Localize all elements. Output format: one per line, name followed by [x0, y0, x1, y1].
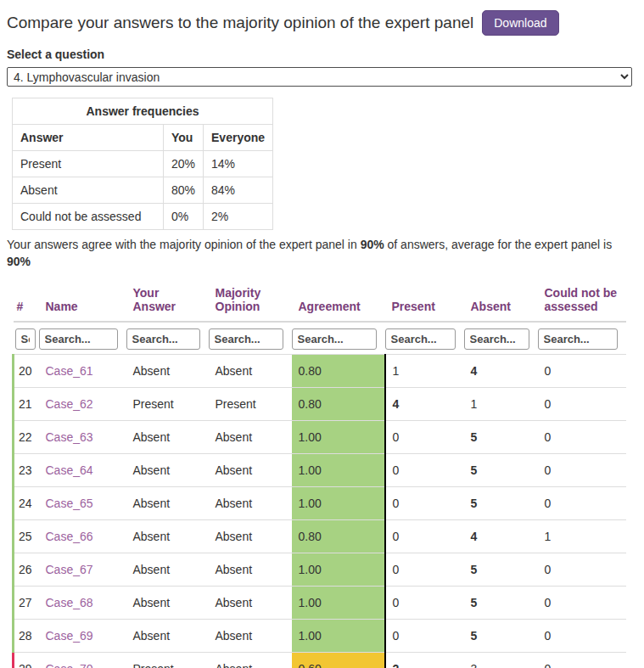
majority-opinion-cell: Absent: [209, 519, 292, 553]
search-input-present[interactable]: [385, 328, 456, 350]
majority-opinion-cell: Absent: [209, 354, 292, 387]
could-not-be-assessed-count: 0: [538, 652, 626, 668]
freq-answer: Could not be assessed: [13, 204, 164, 230]
column-header-number[interactable]: #: [14, 284, 39, 322]
absent-count: 4: [464, 354, 538, 387]
table-row: 25 Case_66 Absent Absent 0.80 0 4 1: [14, 519, 626, 553]
search-input-number[interactable]: [15, 328, 36, 350]
agreement-cell: 1.00: [292, 486, 385, 519]
absent-count: 5: [464, 453, 538, 486]
your-answer-cell: Present: [126, 652, 209, 668]
agreement-cell: 0.80: [292, 354, 385, 387]
question-select[interactable]: 4. Lymphovascular invasion: [7, 67, 632, 87]
case-link[interactable]: Case_61: [46, 364, 93, 378]
case-link[interactable]: Case_62: [46, 397, 93, 411]
case-link[interactable]: Case_68: [46, 596, 93, 609]
agreement-cell: 1.00: [292, 619, 385, 652]
freq-answer: Present: [13, 151, 164, 177]
could-not-be-assessed-count: 1: [538, 519, 626, 553]
page-header: Compare your answers to the majority opi…: [7, 10, 636, 36]
column-header-agreement[interactable]: Agreement: [292, 284, 385, 322]
summary-text: Your answers agree with the majority opi…: [7, 238, 361, 251]
present-count: 4: [385, 387, 464, 420]
column-header-majority-opinion[interactable]: Majority Opinion: [209, 284, 292, 322]
freq-col-answer: Answer: [13, 125, 164, 151]
column-header-your-answer[interactable]: Your Answer: [126, 284, 209, 322]
majority-opinion-cell: Present: [209, 387, 292, 420]
freq-everyone: 14%: [204, 151, 273, 177]
search-input-absent[interactable]: [464, 328, 529, 350]
row-number: 21: [14, 387, 39, 420]
search-input-your-answer[interactable]: [126, 328, 200, 350]
present-count: 0: [385, 453, 464, 486]
agreement-summary: Your answers agree with the majority opi…: [7, 236, 636, 271]
search-input-majority-opinion[interactable]: [209, 328, 283, 350]
absent-count: 3: [464, 652, 538, 668]
absent-count: 5: [464, 619, 538, 652]
case-link[interactable]: Case_64: [46, 463, 93, 477]
could-not-be-assessed-count: 0: [538, 387, 626, 420]
present-count: 2: [385, 652, 464, 668]
case-link[interactable]: Case_69: [46, 629, 93, 643]
could-not-be-assessed-count: 0: [538, 619, 626, 652]
page-title: Compare your answers to the majority opi…: [7, 14, 473, 32]
case-link[interactable]: Case_70: [46, 662, 93, 668]
search-input-name[interactable]: [39, 328, 118, 350]
your-answer-cell: Absent: [126, 519, 209, 553]
table-row: 24 Case_65 Absent Absent 1.00 0 5 0: [14, 486, 626, 519]
table-row: 29 Case_70 Present Absent 0.60 2 3 0: [14, 652, 626, 668]
your-answer-cell: Absent: [126, 453, 209, 486]
download-button[interactable]: Download: [482, 10, 558, 36]
absent-count: 1: [464, 387, 538, 420]
row-number: 22: [14, 420, 39, 453]
table-row: 27 Case_68 Absent Absent 1.00 0 5 0: [14, 586, 626, 619]
search-input-could-not-be-assessed[interactable]: [538, 328, 618, 350]
search-input-agreement[interactable]: [292, 328, 377, 350]
majority-opinion-cell: Absent: [209, 486, 292, 519]
agreement-cell: 1.00: [292, 420, 385, 453]
present-count: 0: [385, 486, 464, 519]
case-link[interactable]: Case_63: [46, 430, 93, 444]
absent-count: 4: [464, 519, 538, 553]
absent-count: 5: [464, 420, 538, 453]
your-answer-cell: Absent: [126, 354, 209, 387]
agreement-cell: 1.00: [292, 586, 385, 619]
column-header-present[interactable]: Present: [385, 284, 464, 322]
table-row: 21 Case_62 Present Present 0.80 4 1 0: [14, 387, 626, 420]
row-number: 27: [14, 586, 39, 619]
majority-opinion-cell: Absent: [209, 553, 292, 586]
absent-count: 5: [464, 553, 538, 586]
absent-count: 5: [464, 486, 538, 519]
present-count: 0: [385, 519, 464, 553]
row-number: 23: [14, 453, 39, 486]
case-link[interactable]: Case_66: [46, 530, 93, 543]
your-answer-cell: Absent: [126, 420, 209, 453]
could-not-be-assessed-count: 0: [538, 453, 626, 486]
results-table: # Name Your Answer Majority Opinion Agre…: [12, 284, 626, 668]
case-link[interactable]: Case_67: [46, 563, 93, 576]
freq-everyone: 2%: [204, 204, 273, 230]
table-row: 26 Case_67 Absent Absent 1.00 0 5 0: [14, 553, 626, 586]
your-answer-cell: Present: [126, 387, 209, 420]
agreement-cell: 0.80: [292, 387, 385, 420]
table-row: 23 Case_64 Absent Absent 1.00 0 5 0: [14, 453, 626, 486]
agreement-cell: 1.00: [292, 453, 385, 486]
majority-opinion-cell: Absent: [209, 586, 292, 619]
present-count: 0: [385, 553, 464, 586]
freq-you: 80%: [164, 177, 204, 204]
column-header-could-not-be-assessed[interactable]: Could not be assessed: [538, 284, 626, 322]
present-count: 0: [385, 420, 464, 453]
freq-answer: Absent: [13, 177, 164, 204]
column-header-name[interactable]: Name: [39, 284, 126, 322]
freq-col-everyone: Everyone: [204, 125, 273, 151]
table-row: 20 Case_61 Absent Absent 0.80 1 4 0: [14, 354, 626, 387]
column-header-absent[interactable]: Absent: [464, 284, 538, 322]
case-link[interactable]: Case_65: [46, 497, 93, 510]
could-not-be-assessed-count: 0: [538, 586, 626, 619]
majority-opinion-cell: Absent: [209, 420, 292, 453]
row-number: 24: [14, 486, 39, 519]
table-row: 22 Case_63 Absent Absent 1.00 0 5 0: [14, 420, 626, 453]
could-not-be-assessed-count: 0: [538, 486, 626, 519]
row-number: 20: [14, 354, 39, 387]
your-agreement-percent: 90%: [361, 238, 384, 251]
